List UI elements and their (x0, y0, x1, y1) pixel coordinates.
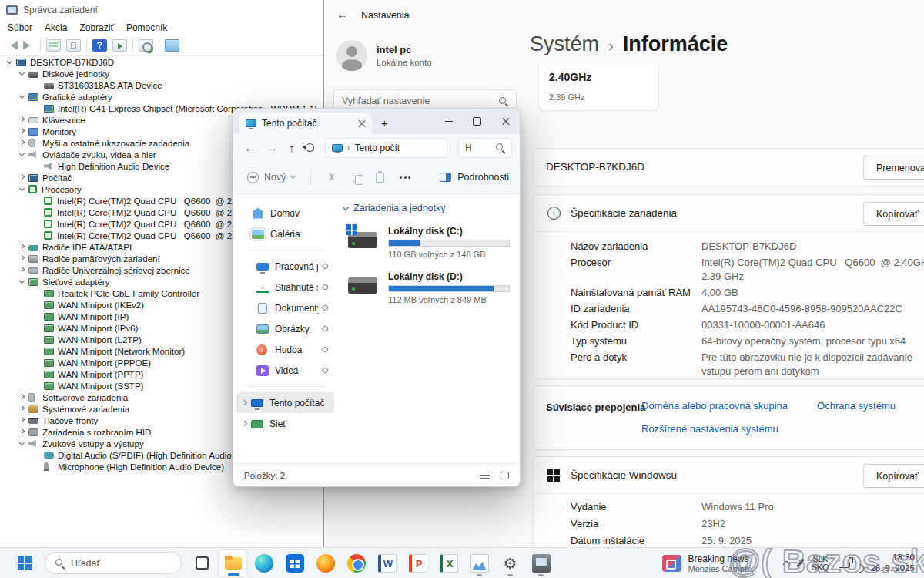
menu-item[interactable]: Zobraziť (73, 22, 120, 33)
expander-chevron-icon[interactable] (18, 139, 24, 145)
rename-pc-button[interactable]: Premenovať tento počítač (863, 156, 924, 180)
expander-chevron-icon[interactable] (18, 244, 24, 249)
cut-icon[interactable] (326, 172, 337, 183)
sidebar-item[interactable]: Galéria (236, 223, 334, 244)
powerpoint[interactable] (403, 549, 432, 577)
word[interactable] (373, 549, 401, 577)
drive-c-item[interactable]: Lokálny disk (C:) 110 GB voľných z 148 G… (348, 226, 520, 259)
expander-chevron-icon[interactable] (18, 174, 24, 180)
device-manager-titlebar[interactable]: Správca zariadení (0, 0, 323, 20)
update-driver-icon[interactable] (139, 39, 153, 52)
expander-chevron-icon[interactable] (18, 128, 24, 133)
address-bar[interactable]: › Tento počít (325, 138, 448, 158)
expander-chevron-icon[interactable] (18, 428, 24, 434)
device-manager[interactable] (527, 549, 555, 577)
network-icon[interactable] (839, 560, 850, 568)
sidebar-item-place[interactable]: Sieť (236, 413, 334, 434)
edge[interactable] (249, 549, 278, 577)
expander-chevron-icon[interactable] (18, 405, 24, 411)
new-tab-button[interactable]: + (381, 116, 388, 129)
settings-search-input[interactable] (342, 96, 498, 106)
action-icon[interactable] (112, 39, 127, 52)
related-link[interactable]: Doména alebo pracovná skupina (641, 400, 788, 412)
account-name[interactable]: intel pc (377, 44, 412, 55)
forward-icon[interactable] (23, 41, 35, 50)
expander-chevron-icon[interactable] (18, 440, 24, 445)
list-view-icon[interactable] (480, 472, 490, 479)
up-icon[interactable]: ↑ (289, 142, 295, 153)
excel[interactable] (434, 549, 463, 577)
expander-chevron-icon[interactable] (18, 278, 24, 284)
expander-chevron-icon[interactable] (18, 151, 24, 156)
address-crumb[interactable]: Tento počít (355, 143, 400, 153)
tree-item[interactable]: Diskové jednotky (0, 68, 323, 79)
breadcrumb-system[interactable]: Systém (530, 32, 599, 56)
menu-item[interactable]: Súbor (2, 22, 38, 33)
details-toggle[interactable]: Podrobnosti (440, 172, 509, 183)
file-explorer[interactable] (219, 549, 247, 577)
chrome[interactable] (342, 549, 370, 577)
scan-hardware-changes-icon[interactable] (165, 39, 179, 52)
microsoft-store[interactable] (280, 549, 309, 577)
device-specs-header[interactable]: Špecifikácie zariadenia Kopírovať (534, 195, 924, 232)
explorer-search-box[interactable]: H (458, 138, 512, 158)
expander-chevron-icon[interactable] (18, 267, 24, 272)
sidebar-item-pinned[interactable]: Pracovná plocha (236, 256, 334, 277)
back-icon[interactable]: ← (336, 8, 348, 21)
expander-chevron-icon[interactable] (18, 93, 24, 99)
paste-icon[interactable] (376, 173, 384, 183)
related-link[interactable]: Ochrana systému (817, 400, 896, 412)
language-indicator[interactable]: SLK SKQ (812, 555, 829, 572)
sidebar-item[interactable]: Domov (236, 203, 334, 223)
related-link[interactable]: Rozšírené nastavenia systému (641, 423, 778, 435)
new-button[interactable]: Nový (247, 172, 295, 183)
chevron-right-icon[interactable] (242, 400, 247, 405)
avatar[interactable] (336, 40, 367, 71)
forward-icon[interactable]: → (266, 142, 278, 153)
settings[interactable] (496, 549, 524, 577)
start-button[interactable] (11, 549, 38, 577)
properties-icon[interactable] (66, 39, 81, 52)
expander-chevron-icon[interactable] (18, 255, 24, 260)
menu-item[interactable]: Pomocník (120, 22, 173, 33)
minimize-button[interactable] (434, 109, 463, 134)
close-button[interactable] (491, 109, 520, 134)
expander-chevron-icon[interactable] (18, 417, 24, 422)
expander-chevron-icon[interactable] (6, 59, 12, 64)
windows-specs-header[interactable]: Špecifikácie Windowsu Kopírovať (534, 457, 924, 494)
expander-chevron-icon[interactable] (18, 70, 24, 76)
refresh-icon[interactable] (306, 143, 314, 152)
tree-item[interactable]: DESKTOP-B7KDJ6D (0, 56, 323, 68)
expander-chevron-icon[interactable] (18, 116, 24, 122)
expander-chevron-icon[interactable] (18, 186, 24, 191)
devices-and-drives-group[interactable]: Zariadenia a jednotky (343, 203, 520, 213)
chevron-right-icon[interactable] (242, 421, 247, 426)
sidebar-item-pinned[interactable]: Dokumenty (236, 297, 334, 318)
tree-item[interactable]: ST3160318AS ATA Device (0, 79, 323, 91)
tray-icon[interactable] (797, 558, 805, 567)
resource-monitor[interactable] (465, 549, 494, 577)
task-view[interactable] (188, 549, 216, 577)
copy-device-specs-button[interactable]: Kopírovať (863, 202, 924, 226)
more-options-icon[interactable] (400, 176, 410, 179)
tab-close-icon[interactable] (358, 119, 366, 127)
sidebar-item-place[interactable]: Tento počítač (236, 392, 334, 413)
explorer-tab[interactable]: Tento počítač (239, 113, 372, 134)
show-console-tree-icon[interactable] (46, 39, 61, 52)
help-icon[interactable]: ? (92, 39, 107, 52)
copy-icon[interactable] (353, 173, 360, 182)
taskbar-search[interactable]: Hľadať (45, 552, 182, 574)
back-icon[interactable]: ← (244, 142, 256, 153)
drive-d-item[interactable]: Lokálny disk (D:) 112 MB voľných z 849 M… (348, 271, 520, 304)
sidebar-item-pinned[interactable]: Videá (236, 360, 334, 381)
sidebar-item-pinned[interactable]: Hudba (236, 339, 334, 360)
sidebar-item-pinned[interactable]: Stiahnuté súbory (236, 277, 334, 297)
large-icons-view-icon[interactable] (500, 472, 509, 479)
menu-item[interactable]: Akcia (38, 22, 73, 33)
show-hidden-icons-chevron[interactable] (783, 560, 791, 568)
sidebar-item-pinned[interactable]: Obrázky (236, 318, 334, 339)
tree-item[interactable]: Grafické adaptéry (0, 91, 323, 102)
widgets-button[interactable]: Breaking news Menzies Campb... (656, 551, 763, 576)
expander-chevron-icon[interactable] (18, 394, 24, 399)
maximize-button[interactable] (463, 109, 491, 134)
